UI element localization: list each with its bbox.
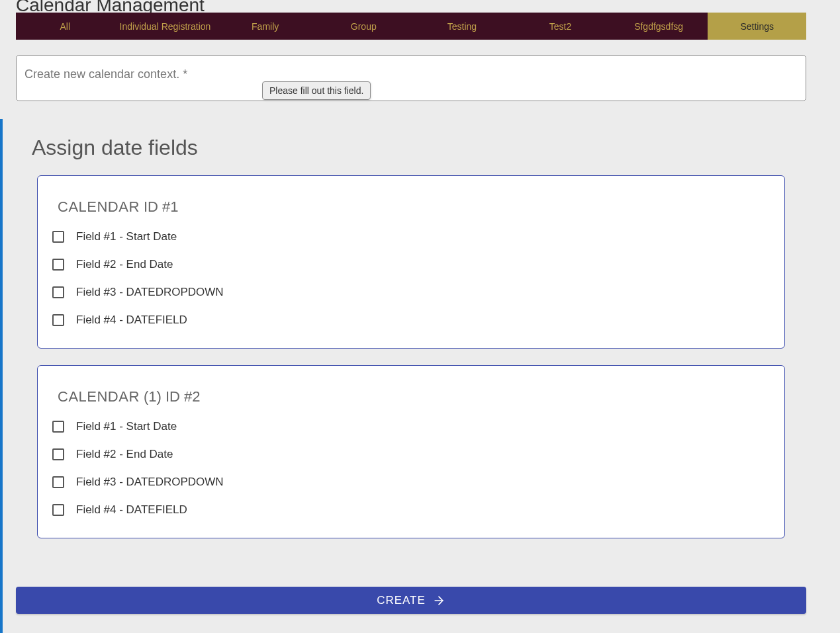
field-label: Field #1 - Start Date [76,420,177,433]
tab-label: Family [252,21,279,32]
field-label: Field #2 - End Date [76,448,173,461]
tab-label: Settings [740,21,774,32]
calendar-card-2: CALENDAR (1) ID #2 Field #1 - Start Date… [37,365,785,538]
field-checkbox[interactable] [52,421,64,433]
tab-label: Individual Registration [120,21,211,32]
context-input-container [16,55,806,101]
arrow-right-icon [432,594,445,607]
card-title-suffix: ID #1 [140,198,179,215]
create-button[interactable]: CREATE [16,587,806,614]
card-title-suffix: (1) ID #2 [140,388,201,405]
tab-sfgdfgsdfsg[interactable]: Sfgdfgsdfsg [610,13,708,40]
context-input[interactable] [24,67,798,81]
tabs-bar: All Individual Registration Family Group… [16,13,806,40]
field-row: Field #2 - End Date [58,448,761,461]
field-label: Field #2 - End Date [76,258,173,271]
field-label: Field #4 - DATEFIELD [76,503,187,517]
create-button-label: CREATE [377,594,426,607]
tab-label: Test2 [549,21,571,32]
field-checkbox[interactable] [52,259,64,271]
tab-label: Sfgdfgsdfsg [634,21,683,32]
tab-all[interactable]: All [16,13,115,40]
field-row: Field #4 - DATEFIELD [58,314,761,327]
field-row: Field #1 - Start Date [58,420,761,433]
calendar-card-1: CALENDAR ID #1 Field #1 - Start Date Fie… [37,175,785,349]
field-checkbox[interactable] [52,286,64,298]
tab-testing[interactable]: Testing [413,13,512,40]
tab-family[interactable]: Family [216,13,314,40]
tab-group[interactable]: Group [314,13,413,40]
field-checkbox[interactable] [52,231,64,243]
validation-tooltip: Please fill out this field. [262,81,371,100]
calendar-card-title: CALENDAR (1) ID #2 [58,388,761,405]
tab-individual-registration[interactable]: Individual Registration [115,13,216,40]
field-row: Field #3 - DATEDROPDOWN [58,286,761,299]
field-label: Field #3 - DATEDROPDOWN [76,476,224,489]
field-checkbox[interactable] [52,476,64,488]
field-checkbox[interactable] [52,314,64,326]
field-label: Field #4 - DATEFIELD [76,314,187,327]
tab-test2[interactable]: Test2 [511,13,610,40]
tab-settings[interactable]: Settings [708,13,806,40]
card-title-prefix: CALENDAR [58,198,140,215]
field-row: Field #1 - Start Date [58,230,761,243]
section-heading: Assign date fields [32,136,198,160]
field-checkbox[interactable] [52,448,64,460]
field-label: Field #1 - Start Date [76,230,177,243]
field-row: Field #4 - DATEFIELD [58,503,761,517]
tab-label: All [60,21,71,32]
tab-label: Testing [447,21,477,32]
calendar-card-title: CALENDAR ID #1 [58,198,761,216]
card-title-prefix: CALENDAR [58,388,140,405]
field-checkbox[interactable] [52,504,64,516]
field-row: Field #3 - DATEDROPDOWN [58,476,761,489]
left-accent-bar [0,119,3,633]
field-row: Field #2 - End Date [58,258,761,271]
validation-tooltip-text: Please fill out this field. [269,85,363,96]
field-label: Field #3 - DATEDROPDOWN [76,286,224,299]
tab-label: Group [351,21,377,32]
